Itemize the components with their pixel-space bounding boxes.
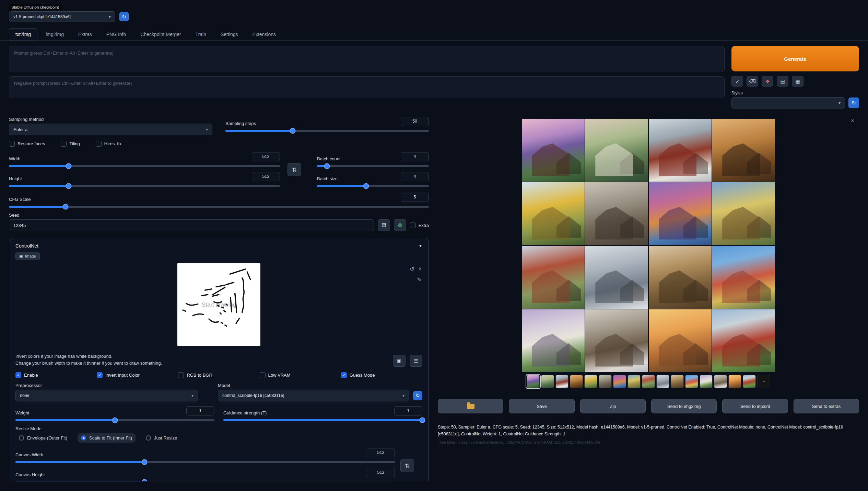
rgb-to-bgr-checkbox[interactable]: RGB to BGR — [178, 372, 259, 378]
thumbnail-12[interactable] — [685, 375, 698, 388]
checkpoint-refresh-button[interactable]: ↻ — [119, 12, 129, 21]
thumbnail-11[interactable] — [671, 375, 684, 388]
adjust-brush-button[interactable]: ☰ — [410, 355, 422, 367]
tab-train[interactable]: Train — [189, 28, 212, 40]
generated-image-2[interactable] — [585, 119, 648, 182]
height-slider[interactable] — [9, 185, 280, 187]
thumbnail-6[interactable] — [599, 375, 612, 388]
generated-image-16[interactable] — [712, 309, 775, 372]
generated-image-10[interactable] — [585, 246, 648, 309]
generate-button[interactable]: Generate — [731, 46, 859, 71]
thumbnail-14[interactable] — [714, 375, 727, 388]
styles-select[interactable]: ▾ — [731, 97, 845, 109]
width-value[interactable]: 512 — [252, 152, 280, 161]
thumbnail-10[interactable] — [656, 375, 669, 388]
open-image-button[interactable]: ▣ — [393, 355, 406, 367]
guidance-strength-value[interactable]: 1 — [394, 406, 422, 415]
generated-image-15[interactable] — [649, 309, 712, 372]
thumbnail-7[interactable] — [613, 375, 626, 388]
generated-image-11[interactable] — [649, 246, 712, 309]
undo-icon[interactable]: ↺ — [410, 266, 414, 272]
send-to-inpaint-button[interactable]: Send to inpaint — [722, 399, 788, 413]
thumbnail-2[interactable] — [541, 375, 554, 388]
enable-checkbox[interactable]: Enable — [15, 372, 97, 378]
generated-image-1[interactable] — [522, 119, 585, 182]
generated-image-7[interactable] — [649, 182, 712, 245]
resize-scale-to-fit-radio[interactable]: Scale to Fit (Inner Fit) — [78, 433, 136, 443]
tab-checkpoint-merger[interactable]: Checkpoint Merger — [134, 28, 187, 40]
generated-image-12[interactable] — [712, 246, 775, 309]
extra-seed-checkbox[interactable]: Extra — [410, 222, 429, 228]
generated-image-14[interactable] — [585, 309, 648, 372]
reuse-seed-button[interactable]: ♻ — [394, 219, 406, 231]
tab-extras[interactable]: Extras — [72, 28, 98, 40]
width-slider[interactable] — [9, 165, 280, 167]
slider-knob[interactable] — [420, 418, 425, 423]
generated-image-9[interactable] — [522, 246, 585, 309]
low-vram-checkbox[interactable]: Low VRAM — [260, 372, 341, 378]
swap-canvas-size-button[interactable]: ⇅ — [400, 459, 414, 472]
canvas-width-value[interactable]: 512 — [367, 448, 395, 457]
negative-prompt-input[interactable] — [9, 76, 725, 98]
thumbnail-control-scribble[interactable]: ≈ — [757, 375, 770, 388]
preprocessor-select[interactable]: none ▾ — [15, 390, 198, 401]
gallery-close-button[interactable]: × — [851, 117, 854, 124]
prompt-input[interactable] — [9, 46, 725, 72]
sampling-method-select[interactable]: Euler a ▾ — [9, 124, 212, 135]
generated-image-6[interactable] — [585, 182, 648, 245]
model-select[interactable]: control_scribble-fp16 [c508311e] ▾ — [218, 390, 409, 401]
batch-count-slider[interactable] — [317, 165, 429, 167]
cfg-scale-value[interactable]: 5 — [401, 193, 429, 202]
generated-image-8[interactable] — [712, 182, 775, 245]
generated-image-13[interactable] — [522, 309, 585, 372]
thumbnail-15[interactable] — [728, 375, 741, 388]
resize-just-resize-radio[interactable]: Just Resize — [142, 433, 180, 443]
thumbnail-1[interactable] — [527, 375, 540, 388]
canvas-width-slider[interactable] — [15, 461, 395, 463]
height-value[interactable]: 512 — [252, 172, 280, 181]
weight-value[interactable]: 1 — [186, 406, 214, 415]
slider-knob[interactable] — [63, 204, 69, 210]
guidance-strength-slider[interactable] — [223, 419, 422, 421]
controlnet-image-tab[interactable]: ▣ Image — [15, 252, 40, 260]
generated-image-5[interactable] — [522, 182, 585, 245]
batch-count-value[interactable]: 4 — [401, 152, 429, 161]
thumbnail-9[interactable] — [642, 375, 655, 388]
batch-size-slider[interactable] — [317, 185, 429, 187]
send-to-extras-button[interactable]: Send to extras — [794, 399, 859, 413]
tab-png-info[interactable]: PNG Info — [100, 28, 132, 40]
hires-fix-checkbox[interactable]: Hires. fix — [96, 141, 122, 147]
slider-knob[interactable] — [66, 163, 71, 169]
send-to-img2img-button[interactable]: Send to img2img — [651, 399, 717, 413]
zip-button[interactable]: Zip — [580, 399, 646, 413]
thumbnail-4[interactable] — [570, 375, 583, 388]
brush-icon[interactable]: ✎ — [417, 276, 422, 283]
model-refresh-button[interactable]: ↻ — [413, 391, 422, 400]
canvas-height-slider[interactable] — [15, 481, 395, 481]
save-style-button[interactable]: ▦ — [792, 76, 804, 87]
styles-refresh-button[interactable]: ↻ — [848, 98, 859, 108]
resize-envelope-radio[interactable]: Envelope (Outer Fit) — [15, 433, 71, 443]
extra-networks-button[interactable]: ❖ — [762, 76, 773, 87]
thumbnail-13[interactable] — [700, 375, 713, 388]
thumbnail-16[interactable] — [743, 375, 756, 388]
slider-knob[interactable] — [290, 128, 295, 134]
cfg-scale-slider[interactable] — [9, 206, 429, 208]
clear-prompt-button[interactable]: ⌫ — [747, 76, 758, 87]
controlnet-header[interactable]: ControlNet ▼ — [15, 243, 422, 249]
checkpoint-select[interactable]: v1-5-pruned.ckpt [e1441589a6] ▾ — [9, 11, 115, 22]
invert-input-color-checkbox[interactable]: Invert Input Color — [97, 372, 178, 378]
slider-knob[interactable] — [142, 479, 148, 481]
swap-width-height-button[interactable]: ⇅ — [288, 163, 301, 176]
sampling-steps-value[interactable]: 50 — [401, 117, 429, 126]
slider-knob[interactable] — [363, 183, 369, 189]
save-button[interactable]: Save — [509, 399, 574, 413]
seed-input[interactable] — [9, 219, 374, 231]
scribble-canvas[interactable]: Start drawing — [177, 263, 260, 346]
slider-knob[interactable] — [66, 183, 71, 189]
canvas-height-value[interactable]: 512 — [367, 468, 395, 477]
thumbnail-3[interactable] — [555, 375, 568, 388]
tab-img2img[interactable]: img2img — [39, 28, 70, 40]
thumbnail-8[interactable] — [627, 375, 641, 388]
clear-canvas-icon[interactable]: × — [419, 266, 422, 272]
